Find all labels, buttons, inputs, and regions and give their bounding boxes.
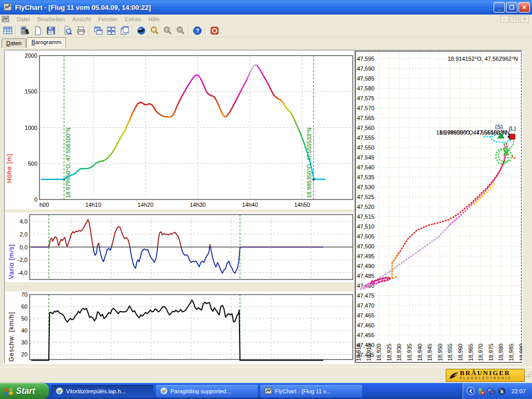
altitude-chart: 200015001000500014h0014h1014h2014h3014h4… [5, 50, 356, 209]
taskbar-task-browser1[interactable]: e Vitorlázórepülés.lap.h... [51, 385, 153, 397]
svg-text:20: 20 [21, 351, 28, 357]
start-button[interactable]: Start [0, 383, 49, 399]
speed-axis-title: Geschw. [km/h] [8, 294, 15, 362]
taskbar-task-flychart[interactable]: FlyChart - [Flug 11 v... [260, 385, 362, 397]
zoom-in-button[interactable] [161, 24, 174, 37]
menu-extras[interactable]: Extras [121, 15, 144, 23]
svg-text:14h50: 14h50 [294, 202, 310, 208]
svg-text:47,585: 47,585 [357, 75, 375, 82]
title-bar: FlyChart - [Flug 11 vom 05.04.09, 14:00:… [0, 0, 532, 15]
google-earth-button[interactable] [135, 24, 148, 37]
svg-text:(S): (S) [495, 124, 503, 130]
svg-text:18,975: 18,975 [488, 343, 494, 361]
tab-strip: DDatenaten Barogramm [0, 37, 532, 48]
svg-text:4,0: 4,0 [20, 218, 28, 224]
internet-explorer-icon: e [160, 387, 168, 395]
exit-button[interactable] [208, 24, 221, 37]
svg-text:(L): (L) [509, 125, 515, 131]
minimize-button[interactable]: _ [494, 2, 505, 12]
menu-datei[interactable]: Datei [13, 15, 34, 23]
svg-text:47,520: 47,520 [357, 204, 375, 210]
flychart-window: FlyChart - [Flug 11 vom 05.04.09, 14:00:… [0, 0, 532, 399]
svg-text:0,0: 0,0 [20, 244, 28, 250]
toolbar-separator [132, 25, 133, 36]
taskbar-task-browser2[interactable]: e Paragliding supported... [156, 385, 258, 397]
task-label: FlyChart - [Flug 11 v... [275, 388, 330, 394]
brand-name: BRÄUNIGER [460, 370, 512, 376]
restore-button[interactable]: ❐ [506, 2, 517, 12]
svg-text:0: 0 [34, 196, 37, 203]
svg-text:47,505: 47,505 [357, 233, 375, 240]
resize-grip[interactable] [525, 371, 531, 378]
app-icon [3, 3, 12, 12]
svg-text:18,970: 18,970 [477, 343, 484, 361]
svg-text:18.985350°O, 47.555533°N: 18.985350°O, 47.555533°N [306, 128, 312, 198]
map-panel: 18,91018,91518,92018,92518,93018,93518,9… [354, 50, 523, 364]
brand-subtitle: FLUGELECTRONIC [460, 376, 512, 381]
mdi-minimize-button[interactable]: – [500, 16, 509, 23]
zoom-button[interactable] [148, 24, 161, 37]
tab-barogramm[interactable]: Barogramm [26, 37, 65, 48]
svg-text:47,590: 47,590 [357, 65, 375, 72]
new-document-button[interactable] [31, 24, 44, 37]
svg-text:47,550: 47,550 [357, 144, 375, 151]
svg-text:47,460: 47,460 [357, 322, 375, 328]
window-tile-button[interactable] [104, 24, 117, 37]
svg-text:500: 500 [28, 161, 37, 167]
svg-text:14h30: 14h30 [190, 202, 206, 208]
altitude-chart-block: Höhe [m] 200015001000500014h0014h1014h20… [5, 50, 356, 209]
svg-text:47,535: 47,535 [357, 174, 375, 180]
svg-text:47,555: 47,555 [357, 135, 375, 141]
tab-daten[interactable]: DDatenaten [2, 38, 26, 48]
zoom-out-button[interactable] [174, 24, 187, 37]
svg-text:47,500: 47,500 [357, 243, 375, 249]
altitude-axis-title: Höhe [m] [6, 79, 13, 183]
window-arrange-button[interactable] [117, 24, 130, 37]
alert-error-icon[interactable] [477, 387, 485, 395]
menu-bearbeiten[interactable]: Bearbeiten [34, 15, 69, 23]
svg-text:47,580: 47,580 [357, 85, 375, 91]
toolbar-separator [188, 25, 189, 36]
toolbar-separator [89, 25, 90, 36]
hide-icons-chevron[interactable] [467, 387, 475, 395]
svg-text:47,560: 47,560 [357, 125, 375, 131]
mdi-close-button[interactable]: ✕ [520, 16, 529, 23]
svg-text:47,450: 47,450 [357, 342, 375, 348]
window-title: FlyChart - [Flug 11 vom 05.04.09, 14:00:… [15, 4, 494, 11]
menu-fenster[interactable]: Fenster [95, 15, 121, 23]
network-monitors-icon[interactable] [487, 387, 496, 395]
sphere-a-icon[interactable]: a [498, 387, 506, 395]
taskbar: Start e Vitorlázórepülés.lap.h... e Para… [0, 383, 532, 399]
svg-text:47,575: 47,575 [357, 95, 375, 101]
speed-chart: 706050403020 [5, 291, 356, 364]
svg-text:47,570: 47,570 [357, 105, 375, 111]
svg-text:2000: 2000 [25, 52, 37, 59]
start-label: Start [16, 387, 35, 396]
svg-text:e: e [58, 388, 61, 394]
save-button[interactable] [44, 24, 57, 37]
svg-text:14h40: 14h40 [242, 202, 258, 208]
toolbar: ? [0, 24, 532, 37]
menu-ansicht[interactable]: Ansicht [69, 15, 95, 23]
help-button[interactable]: ? [191, 24, 204, 37]
svg-text:47,485: 47,485 [357, 273, 375, 279]
menu-hilfe[interactable]: Hilfe [144, 15, 163, 23]
close-button[interactable]: ✕ [518, 2, 530, 12]
toolbar-separator [59, 25, 60, 36]
svg-text:47,490: 47,490 [357, 263, 375, 269]
print-preview-button[interactable] [61, 24, 74, 37]
svg-text:2,0: 2,0 [20, 231, 28, 237]
data-grid-button[interactable] [1, 24, 14, 37]
bird-icon [448, 371, 460, 380]
svg-text:47,470: 47,470 [357, 302, 375, 309]
svg-text:18,940: 18,940 [417, 343, 423, 361]
vario-chart: 4,02,00,0-2,0-4,0 [5, 212, 356, 282]
window-cascade-button[interactable] [91, 24, 104, 37]
svg-text:47,445: 47,445 [357, 352, 375, 358]
svg-text:47,510: 47,510 [357, 223, 375, 230]
mdi-restore-button[interactable]: ❐ [510, 16, 519, 23]
svg-text:47,530: 47,530 [357, 184, 375, 190]
flight-instrument-button[interactable] [18, 24, 31, 37]
print-button[interactable] [74, 24, 87, 37]
toolbar-separator [16, 25, 17, 36]
